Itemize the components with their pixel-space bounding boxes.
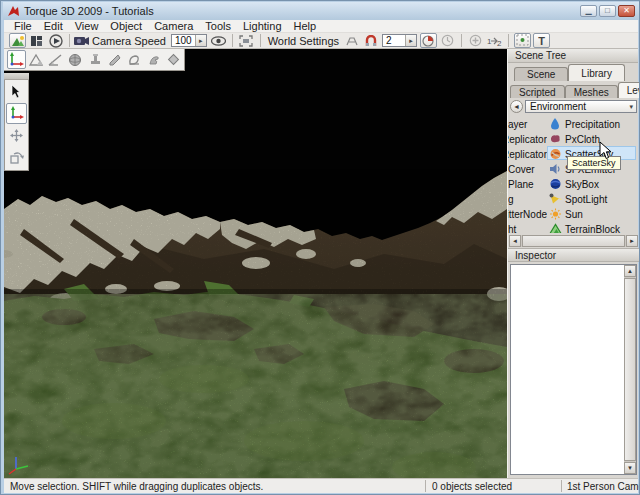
subtab-level[interactable]: Level (618, 82, 640, 98)
river-editor-tool[interactable] (164, 50, 183, 69)
inspector-vertical-scrollbar[interactable]: ▲ ▼ (624, 265, 636, 474)
menu-bar: File Edit View Object Camera Tools Light… (4, 20, 638, 33)
translate-tool[interactable] (6, 125, 27, 146)
minimize-button[interactable]: ▁ (580, 5, 597, 17)
item-label[interactable]: SkyBox (565, 179, 599, 190)
subtab-scripted[interactable]: Scripted (510, 85, 565, 98)
skybox-icon (549, 178, 562, 190)
library-horizontal-scrollbar[interactable]: ◄ ► (509, 235, 638, 247)
maximize-button[interactable]: □ (599, 5, 616, 17)
world-transform-toggle[interactable] (420, 33, 437, 48)
gizmo-tool-palette (4, 73, 29, 171)
scrollbar-thumb[interactable] (522, 235, 625, 247)
datablock-editor-tool[interactable] (105, 50, 124, 69)
clipped-item-label[interactable]: eReplicator (508, 149, 547, 160)
scroll-right-icon[interactable]: ► (626, 235, 638, 247)
menu-edit[interactable]: Edit (38, 20, 69, 32)
menu-object[interactable]: Object (104, 20, 148, 32)
clipped-item-label[interactable]: Cover (508, 164, 547, 175)
item-label[interactable]: PxCloth (565, 134, 600, 145)
back-button[interactable]: ◄ (510, 100, 523, 113)
inspector-pane[interactable]: ▲ ▼ (510, 264, 637, 475)
text-tool-button[interactable]: T (533, 33, 550, 48)
status-selection-count: 0 objects selected (432, 481, 512, 492)
menu-file[interactable]: File (8, 20, 38, 32)
clipped-item-label[interactable]: EmitterNode (508, 209, 547, 220)
status-camera-mode: 1st Person Camera (567, 481, 640, 492)
clipped-item-label[interactable]: g (508, 194, 547, 205)
menu-tools[interactable]: Tools (199, 20, 237, 32)
camera-speed-input[interactable]: 100 ▸ (171, 34, 207, 47)
viewport-3d[interactable] (4, 49, 507, 478)
menu-view[interactable]: View (69, 20, 105, 32)
clipped-item-label[interactable]: geReplicator (508, 134, 547, 145)
item-label[interactable]: Precipitation (565, 119, 620, 130)
item-label[interactable]: SpotLight (565, 194, 607, 205)
terrain-editor-tool[interactable] (27, 50, 46, 69)
inspector-title: Inspector (515, 250, 556, 261)
tab-library[interactable]: Library (568, 64, 625, 81)
list-item[interactable]: ht TerrainBlock (508, 222, 639, 233)
list-item[interactable]: EmitterNode Sun (508, 207, 639, 221)
torque-logo-icon (7, 5, 20, 18)
library-subtabs: Scripted Meshes Level (510, 82, 640, 98)
scroll-up-icon[interactable]: ▲ (624, 265, 636, 277)
category-nav-row: ◄ Environment ▾ (510, 99, 637, 114)
scroll-left-icon[interactable]: ◄ (509, 235, 521, 247)
grid-snap-spinner-icon[interactable]: ▸ (405, 35, 416, 46)
grid-snap-input[interactable]: 2 ▸ (382, 34, 417, 47)
clipped-item-label[interactable]: ht (508, 224, 547, 234)
drop-location-button[interactable]: 12 (486, 33, 503, 48)
close-button[interactable]: ✕ (618, 5, 635, 17)
list-item[interactable]: Plane SkyBox (508, 177, 639, 191)
list-item[interactable]: ayer Precipitation (508, 117, 639, 131)
clipped-item-label[interactable]: Plane (508, 179, 547, 190)
list-item[interactable]: geReplicator PxCloth (508, 132, 639, 146)
palette-grip[interactable] (4, 73, 29, 80)
spotlight-icon (549, 193, 562, 205)
add-object-button[interactable] (467, 33, 484, 48)
frame-selection-button[interactable] (238, 33, 255, 48)
forest-editor-tool[interactable] (145, 50, 164, 69)
terrain-painter-tool[interactable] (46, 50, 65, 69)
status-bar: Move selection. SHIFT while dragging dup… (4, 478, 638, 493)
clipped-item-label[interactable]: ayer (508, 119, 547, 130)
sfxemitter-icon (549, 163, 562, 175)
status-divider (561, 480, 562, 492)
terrain-render (4, 49, 507, 478)
item-label[interactable]: Sun (565, 209, 583, 220)
subtab-meshes[interactable]: Meshes (565, 85, 618, 98)
select-tool[interactable] (6, 81, 27, 102)
object-snap-button[interactable] (343, 33, 360, 48)
tooltip: ScatterSky (567, 156, 621, 170)
visibility-button[interactable] (210, 33, 227, 48)
world-editor-button[interactable] (9, 33, 26, 48)
bounds-toggle-button[interactable] (514, 33, 531, 48)
sketch-tool[interactable] (86, 50, 105, 69)
soft-snap-magnet-button[interactable] (362, 33, 379, 48)
camera-speed-spinner-icon[interactable]: ▸ (195, 35, 206, 46)
scrollbar-thumb[interactable] (624, 278, 636, 461)
precipitation-icon (549, 118, 562, 130)
decal-editor-tool[interactable] (125, 50, 144, 69)
tab-scene[interactable]: Scene (514, 67, 568, 81)
scroll-down-icon[interactable]: ▼ (624, 462, 636, 474)
title-bar[interactable]: Torque 3D 2009 - Tutorials ▁ □ ✕ (3, 2, 639, 20)
layout-button[interactable] (28, 33, 45, 48)
item-label[interactable]: TerrainBlock (565, 224, 620, 234)
list-item[interactable]: g SpotLight (508, 192, 639, 206)
grid-snap-value[interactable]: 2 (383, 35, 405, 46)
menu-help[interactable]: Help (288, 20, 323, 32)
scene-tree-title: Scene Tree (515, 50, 566, 61)
local-transform-toggle[interactable] (439, 33, 456, 48)
menu-lighting[interactable]: Lighting (237, 20, 288, 32)
rotate-scale-tool[interactable] (6, 147, 27, 168)
material-editor-tool[interactable] (66, 50, 85, 69)
category-dropdown[interactable]: Environment ▾ (525, 100, 637, 113)
world-settings-label: World Settings (268, 35, 339, 47)
object-editor-tool[interactable] (7, 50, 26, 69)
play-button[interactable] (47, 33, 64, 48)
camera-speed-value[interactable]: 100 (172, 35, 195, 46)
move-gizmo-tool[interactable] (6, 103, 27, 124)
menu-camera[interactable]: Camera (148, 20, 199, 32)
